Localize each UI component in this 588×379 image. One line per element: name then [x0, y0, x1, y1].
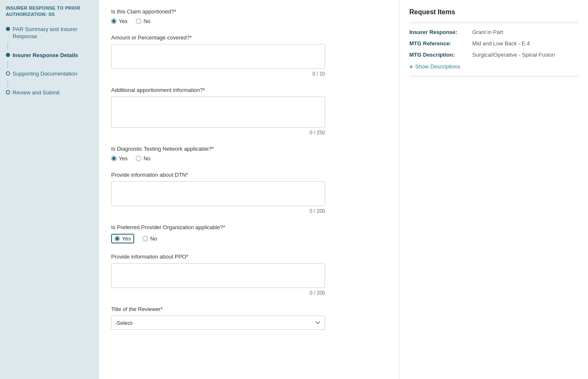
- panel-divider-bottom: [409, 76, 578, 76]
- diagnostic-testing-label: Is Diagnostic Testing Network applicable…: [111, 146, 386, 152]
- reviewer-title-select[interactable]: -Select-: [111, 316, 325, 330]
- ppo-info-group: Provide information about PPO* 0 / 200: [111, 254, 386, 296]
- main-area: Is this Claim apportioned?* Yes No Amoun…: [99, 0, 588, 379]
- dtn-info-textarea[interactable]: [111, 181, 325, 206]
- sidebar-connector: [8, 42, 8, 50]
- claim-apportioned-radio-group: Yes No: [111, 18, 386, 24]
- claim-apportioned-label: Is this Claim apportioned?*: [111, 8, 386, 15]
- insurer-response-value: Grant in Part: [472, 29, 503, 35]
- diagnostic-testing-yes-radio[interactable]: [111, 156, 117, 161]
- mtg-description-row: MTG Description: Surgical/Operative - Sp…: [409, 52, 578, 58]
- ppo-applicable-yes-radio[interactable]: [114, 236, 120, 241]
- sidebar-dot: [6, 27, 10, 31]
- claim-apportioned-yes-label[interactable]: Yes: [111, 18, 127, 24]
- ppo-applicable-no-text: No: [150, 235, 157, 242]
- sidebar-dot-4: [6, 90, 10, 94]
- sidebar-dot-2: [6, 53, 10, 57]
- mtg-reference-value: Mid and Low Back - E.4: [472, 40, 530, 47]
- mtg-reference-row: MTG Reference: Mid and Low Back - E.4: [409, 40, 578, 47]
- show-descriptions-label: Show Descriptions: [415, 63, 461, 70]
- claim-apportioned-no-label[interactable]: No: [136, 18, 151, 24]
- diagnostic-testing-radio-group: Yes No: [111, 155, 386, 162]
- ppo-info-textarea[interactable]: [111, 263, 325, 288]
- show-descriptions-container: + Show Descriptions: [409, 63, 578, 70]
- sidebar-label-par-summary: PAR Summary and Insurer Response: [13, 26, 92, 40]
- additional-apportionment-textarea[interactable]: [111, 97, 325, 128]
- dtn-info-group: Provide information about DTN* 0 / 200: [111, 172, 386, 214]
- sidebar-item-insurer-response[interactable]: Insurer Response Details: [6, 50, 92, 61]
- insurer-response-row: Insurer Response: Grant in Part: [409, 29, 578, 35]
- mtg-description-value: Surgical/Operative - Spinal Fusion: [472, 52, 555, 58]
- sidebar-dot-3: [6, 71, 10, 76]
- amount-percentage-char-count: 0 / 10: [111, 71, 325, 77]
- claim-apportioned-yes-text: Yes: [119, 18, 127, 24]
- diagnostic-testing-no-text: No: [143, 155, 151, 162]
- dtn-info-char-count: 0 / 200: [111, 208, 325, 214]
- sidebar-item-supporting-doc[interactable]: Supporting Documentation: [6, 68, 92, 80]
- ppo-info-label: Provide information about PPO*: [111, 254, 386, 260]
- diagnostic-testing-yes-label[interactable]: Yes: [111, 155, 127, 162]
- reviewer-title-group: Title of the Reviewer* -Select-: [111, 306, 386, 330]
- ppo-applicable-no-label[interactable]: No: [143, 235, 157, 242]
- additional-apportionment-group: Additional apportionment information?* 0…: [111, 87, 386, 136]
- sidebar-connector-2: [8, 61, 8, 68]
- ppo-applicable-group: Is Preferred Provider Organization appli…: [111, 224, 386, 243]
- ppo-applicable-yes-label[interactable]: Yes: [111, 234, 134, 243]
- sidebar-label-review-submit: Review and Submit: [13, 89, 60, 97]
- mtg-description-key: MTG Description:: [409, 52, 468, 58]
- show-descriptions-link[interactable]: + Show Descriptions: [409, 63, 578, 70]
- ppo-applicable-no-radio[interactable]: [143, 236, 148, 241]
- ppo-applicable-label: Is Preferred Provider Organization appli…: [111, 224, 386, 230]
- claim-apportioned-no-text: No: [143, 18, 151, 24]
- form-area: Is this Claim apportioned?* Yes No Amoun…: [99, 0, 399, 379]
- sidebar-connector-3: [8, 80, 8, 87]
- mtg-reference-key: MTG Reference:: [409, 40, 468, 47]
- sidebar-item-par-summary[interactable]: PAR Summary and Insurer Response: [6, 24, 92, 42]
- amount-percentage-textarea[interactable]: [111, 44, 325, 69]
- diagnostic-testing-group: Is Diagnostic Testing Network applicable…: [111, 146, 386, 162]
- insurer-response-key: Insurer Response:: [409, 29, 468, 35]
- diagnostic-testing-yes-text: Yes: [119, 155, 127, 162]
- sidebar-label-supporting-doc: Supporting Documentation: [13, 71, 77, 78]
- ppo-applicable-radio-group: Yes No: [111, 234, 386, 243]
- panel-title: Request Items: [409, 8, 578, 16]
- additional-apportionment-char-count: 0 / 250: [111, 130, 325, 136]
- sidebar-item-review-submit[interactable]: Review and Submit: [6, 87, 92, 99]
- ppo-info-char-count: 0 / 200: [111, 290, 325, 296]
- sidebar-label-insurer-response: Insurer Response Details: [13, 52, 78, 59]
- sidebar: INSURER RESPONSE TO PRIOR AUTHORIZATION:…: [0, 0, 99, 379]
- dtn-info-label: Provide information about DTN*: [111, 172, 386, 178]
- reviewer-title-label: Title of the Reviewer*: [111, 306, 386, 312]
- right-panel: Request Items Insurer Response: Grant in…: [399, 0, 588, 379]
- claim-apportioned-no-radio[interactable]: [136, 18, 141, 24]
- amount-percentage-group: Amount or Percentage covered?* 0 / 10: [111, 34, 386, 77]
- ppo-applicable-yes-text: Yes: [122, 235, 131, 242]
- claim-apportioned-yes-radio[interactable]: [111, 18, 117, 24]
- claim-apportioned-group: Is this Claim apportioned?* Yes No: [111, 8, 386, 24]
- amount-percentage-label: Amount or Percentage covered?*: [111, 34, 386, 41]
- plus-icon: +: [409, 63, 413, 70]
- sidebar-header: INSURER RESPONSE TO PRIOR AUTHORIZATION:…: [6, 5, 92, 18]
- panel-divider-top: [409, 23, 578, 23]
- additional-apportionment-label: Additional apportionment information?*: [111, 87, 386, 93]
- diagnostic-testing-no-label[interactable]: No: [136, 155, 151, 162]
- diagnostic-testing-no-radio[interactable]: [136, 156, 141, 161]
